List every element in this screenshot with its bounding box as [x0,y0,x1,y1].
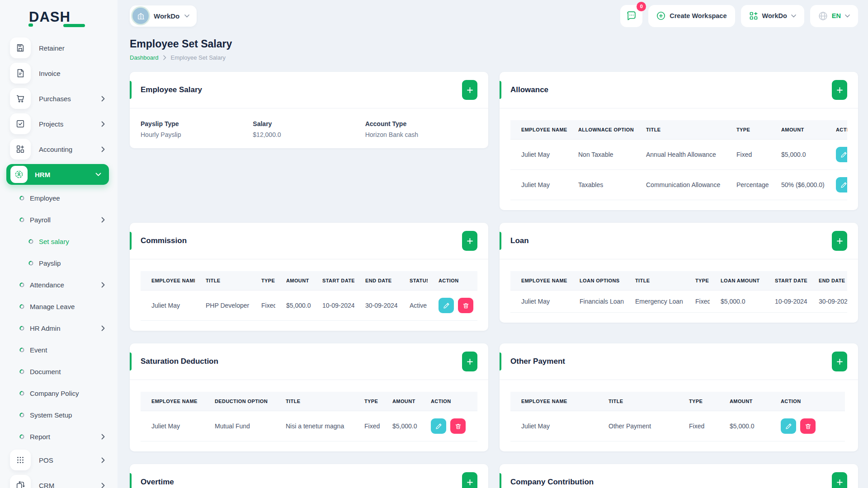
column-header: TITLE [598,392,678,411]
submenu-bullet-icon [19,391,24,396]
sidebar-item-label: POS [39,456,53,464]
messages-button[interactable]: 0 [620,5,642,27]
card-accent-bar [500,232,501,250]
sidebar-item-hrm[interactable]: HRM [6,164,109,185]
app-logo[interactable]: DASH [29,9,71,24]
add-allowance-button[interactable] [832,80,847,100]
sidebar-item-payroll[interactable]: Payroll [0,209,118,230]
sidebar-item-company-policy[interactable]: Company Policy [0,382,118,404]
edit-button[interactable] [431,418,446,434]
add-overtime-button[interactable] [462,472,477,488]
sidebar-item-report[interactable]: Report [0,426,118,447]
salary-fields: Payslip TypeHourly PayslipSalary$12,000.… [141,120,477,138]
table-cell: Financials Loan [569,291,624,313]
logo-text: DASH [29,10,71,24]
column-header: AMOUNT [382,392,420,411]
submenu-bullet-icon [19,434,24,439]
sidebar-item-payslip[interactable]: Payslip [0,252,118,274]
sidebar-item-invoice[interactable]: Invoice [0,61,118,86]
sidebar-item-attendance[interactable]: Attendance [0,274,118,296]
delete-button[interactable] [800,418,816,434]
card-body: EMPLOYEE NAMETITLETYPEAMOUNTACTIONJuliet… [500,380,858,451]
edit-button[interactable] [439,298,454,313]
delete-button[interactable] [458,298,473,313]
sidebar-item-projects[interactable]: Projects [0,111,118,136]
sidebar-item-label: Invoice [39,70,61,77]
column-header: TITLE [195,271,250,291]
table-cell: Emergency Loan [624,291,684,313]
sidebar-item-manage-leave[interactable]: Manage Leave [0,296,118,317]
edit-button[interactable] [836,177,847,192]
table-cell: Percentage [726,170,770,200]
card-header: Overtime [130,464,488,488]
table-cell: PHP Developer [195,291,250,321]
card-saturation-deduction: Saturation DeductionEMPLOYEE NAMEDEDUCTI… [130,343,488,451]
submenu-bullet-icon [19,413,24,418]
delete-button[interactable] [450,418,466,434]
add-commission-button[interactable] [462,231,477,251]
sidebar-item-event[interactable]: Event [0,339,118,361]
sidebar-item-label: Retainer [39,44,65,52]
column-header: EMPLOYEE NAME [141,271,195,291]
table-cell: Taxables [567,170,635,200]
card-company-contribution: Company Contribution [500,464,858,488]
field-payslip-type: Payslip TypeHourly Payslip [141,120,253,138]
edit-button[interactable] [781,418,796,434]
sidebar-item-label: HR Admin [30,324,61,332]
sidebar-item-set-salary[interactable]: Set salary [0,230,118,252]
add-loan-button[interactable] [832,231,847,251]
card-accent-bar [500,352,501,371]
create-workspace-button[interactable]: Create Workspace [648,5,735,27]
sidebar-item-hr-admin[interactable]: HR Admin [0,317,118,339]
table-cell: Non Taxable [567,140,635,170]
sidebar-item-retainer[interactable]: Retainer [0,35,118,61]
add-employee-salary-button[interactable] [462,80,477,100]
table-cell: 10-09-2024 [311,291,354,321]
sidebar-item-pos[interactable]: POS [0,447,118,473]
edit-button[interactable] [836,147,847,162]
chevron-right-icon [101,457,105,463]
table-cell: Fixed [684,291,710,313]
field-value: Horizon Bank cash [365,131,477,138]
plus-icon [837,238,843,244]
pencil-icon [435,423,442,430]
card-title: Employee Salary [141,85,202,94]
sidebar-item-label: Payroll [30,216,51,224]
pencil-icon [785,423,792,430]
column-header: TYPE [354,392,382,411]
table-cell: Fixed [678,411,719,441]
purchases-icon [10,88,31,109]
add-saturation-deduction-button[interactable] [462,352,477,371]
table-cell: Juliet May [510,291,569,313]
breadcrumb-dashboard-link[interactable]: Dashboard [130,54,159,61]
page-title: Employee Set Salary [130,38,858,50]
add-company-contribution-button[interactable] [832,472,847,488]
table-row: Juliet MayOther PaymentFixed$5,000.0 [510,411,845,441]
add-other-payment-button[interactable] [832,352,847,371]
crm-icon [15,480,25,488]
chevron-right-icon [101,96,105,102]
table-row: Juliet MayFinancials LoanEmergency LoanF… [510,291,847,313]
language-button[interactable]: EN [810,5,858,27]
workdo-apps-button[interactable]: WorkDo [741,5,804,27]
card-employee-salary: Employee SalaryPayslip TypeHourly Paysli… [130,72,488,148]
chevron-down-icon [845,14,850,18]
sidebar-item-accounting[interactable]: Accounting [0,136,118,162]
submenu-bullet-icon [19,304,24,309]
sidebar-item-purchases[interactable]: Purchases [0,86,118,111]
table-row: Juliet MayMutual FundNisi a tenetur magn… [141,411,477,441]
table-row: Juliet MayTaxablesCommunication Allowanc… [510,170,847,200]
workspace-switcher[interactable]: WorkDo [130,5,197,27]
card-header: Company Contribution [500,464,858,488]
chevron-right-icon [101,96,105,102]
sidebar-item-system-setup[interactable]: System Setup [0,404,118,426]
sidebar-item-employee[interactable]: Employee [0,187,118,209]
trash-icon [805,423,811,430]
sidebar-item-document[interactable]: Document [0,361,118,382]
sidebar-item-label: Set salary [39,238,69,245]
table-commission: EMPLOYEE NAMETITLETYPEAMOUNTSTART DATEEN… [141,271,477,321]
sidebar-nav: RetainerInvoicePurchasesProjectsAccounti… [0,35,118,488]
column-header: TITLE [624,271,684,291]
sidebar-item-crm[interactable]: CRM [0,473,118,488]
table-cell: Communication Allowance [635,170,726,200]
